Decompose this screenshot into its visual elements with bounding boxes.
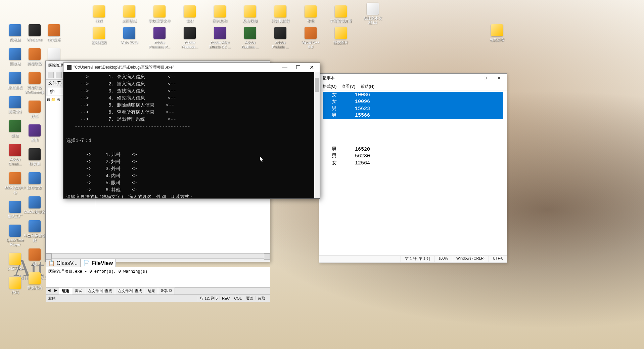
- vs-output-tab[interactable]: 组建: [59, 287, 72, 295]
- folder-icon: [93, 5, 105, 17]
- icon-label: 游戏视频: [92, 40, 106, 45]
- desktop-icon[interactable]: 英雄联盟WeGame版: [23, 72, 46, 94]
- desktop-icon[interactable]: 爱拍: [23, 124, 46, 142]
- toolbar-icon[interactable]: [48, 72, 54, 78]
- desktop-icon[interactable]: 数据结构: [23, 272, 46, 290]
- app-icon: [9, 225, 21, 237]
- console-titlebar[interactable]: "C:\Users\Heart\Desktop\代码\Debug\医院管理项目.…: [63, 63, 320, 72]
- desktop-icon[interactable]: 好压: [23, 101, 46, 118]
- vs-output-tab[interactable]: 在文件2中查找: [115, 287, 145, 295]
- icon-label: 英雄联盟WeGame版: [23, 85, 46, 94]
- menu-file[interactable]: 文件(F): [48, 81, 61, 85]
- icon-label: Visual C++ 6.0: [299, 40, 322, 49]
- notepad-title: 记事本: [323, 75, 335, 81]
- desktop-icon[interactable]: 图片总和: [208, 5, 232, 23]
- vs-hscroll[interactable]: [46, 253, 270, 259]
- desktop-icon[interactable]: 课程: [87, 5, 111, 23]
- vs-output-tab[interactable]: SQL D: [158, 287, 175, 295]
- status-flag: REC: [220, 296, 232, 300]
- status-flag: 读取: [256, 296, 267, 300]
- desktop-icon[interactable]: 字写的很好看: [329, 5, 353, 23]
- desktop-icon[interactable]: Visio 2013: [118, 27, 141, 49]
- desktop-icon[interactable]: 作业: [299, 5, 322, 23]
- app-icon: [9, 144, 21, 156]
- maximize-button[interactable]: ☐: [478, 74, 492, 83]
- desktop-icon[interactable]: 快剪辑: [23, 148, 46, 166]
- app-icon: [29, 72, 41, 84]
- notepad-menu-item[interactable]: 帮助(H): [361, 84, 374, 89]
- close-button[interactable]: ✕: [305, 63, 318, 72]
- icon-label: 图片总和: [213, 19, 227, 23]
- app-icon: [9, 48, 21, 60]
- desktop-icon[interactable]: 游戏视频: [87, 27, 111, 49]
- console-output[interactable]: --> 1. 录入病人信息 <-- --> 2. 插入病人信息 <-- --> …: [63, 72, 320, 198]
- folder-icon: [335, 27, 347, 39]
- desktop-icon[interactable]: QQ音乐: [42, 24, 66, 42]
- app-icon: [29, 124, 41, 137]
- folder-icon: [274, 5, 286, 17]
- desktop-icon[interactable]: 电竞必看: [485, 24, 509, 42]
- scrollbar[interactable]: [314, 72, 320, 198]
- desktop-icon[interactable]: 素材: [178, 5, 201, 23]
- desktop-icon[interactable]: Adobe Photosh...: [178, 27, 201, 49]
- desktop-icon[interactable]: 提交图片: [329, 27, 353, 49]
- maximize-button[interactable]: ☐: [291, 63, 305, 72]
- desktop-icon[interactable]: 8点: [23, 248, 46, 266]
- app-icon: [29, 196, 41, 208]
- minimize-button[interactable]: —: [278, 63, 291, 72]
- console-window[interactable]: "C:\Users\Heart\Desktop\代码\Debug\医院管理项目.…: [63, 63, 320, 199]
- vs-output-tab[interactable]: 调试: [72, 287, 85, 295]
- desktop-icon[interactable]: 学校重要文件: [148, 5, 171, 23]
- folder-icon: [153, 5, 166, 17]
- vs-sidebar-tab[interactable]: 📄 FileView: [81, 259, 116, 267]
- desktop-icon[interactable]: 斗鱼录屏直播姬: [23, 220, 46, 242]
- toolbar-icon[interactable]: [56, 72, 62, 78]
- notepad-menu-item[interactable]: 查看(V): [342, 84, 355, 89]
- folder-icon: [335, 5, 347, 17]
- folder-icon: [184, 5, 196, 17]
- desktop-icon[interactable]: 软件管家: [23, 172, 46, 190]
- scrollbar-thumb[interactable]: [315, 78, 319, 92]
- app-icon: [9, 96, 21, 108]
- icon-label: 桌面壁纸: [122, 19, 137, 23]
- desktop-icon[interactable]: Adobe Audition ...: [238, 27, 262, 49]
- icon-label: 课程: [95, 19, 103, 23]
- build-output-line: 医院管理项目.exe - 0 error(s), 0 warning(s): [48, 269, 267, 274]
- close-button[interactable]: ✕: [492, 74, 505, 83]
- desktop-icon[interactable]: 计算机辅导: [269, 5, 292, 23]
- desktop-icon[interactable]: 桌面壁纸: [118, 5, 141, 23]
- status-ready: 就绪: [48, 296, 198, 301]
- icon-label: 回收站: [10, 62, 21, 66]
- app-icon: [48, 24, 60, 36]
- icon-label: QQ音乐: [47, 38, 60, 42]
- icon-label: 爱拍: [31, 138, 38, 142]
- icon-label: WeGame: [27, 38, 42, 42]
- notepad-line: 男 16520: [323, 146, 503, 153]
- icon-label: 计算机辅导: [271, 19, 290, 23]
- desktop-icon[interactable]: Adobe Premiere P...: [148, 27, 171, 49]
- desktop-icon[interactable]: 总合视频: [238, 5, 262, 23]
- notepad-body[interactable]: 女 10086 女 10096 男 15623 男 15566 男 16520 …: [319, 90, 507, 255]
- vs-output[interactable]: 医院管理项目.exe - 0 error(s), 0 warning(s): [46, 267, 270, 287]
- notepad-line: 女 12564: [323, 160, 503, 167]
- vs-output-tab[interactable]: 结果: [145, 287, 158, 295]
- app-icon: [29, 101, 41, 113]
- desktop-icon[interactable]: MuMu模拟器: [23, 196, 46, 214]
- icon-label: 总合视频: [243, 19, 258, 23]
- minimize-button[interactable]: —: [465, 74, 478, 83]
- vs-output-tab[interactable]: 在文件1中查找: [85, 287, 115, 295]
- icon-label: 斗鱼录屏直播姬: [23, 234, 46, 242]
- desktop-icon[interactable]: Adobe After Effects CC ...: [208, 27, 232, 49]
- icon-label: 快剪辑: [29, 162, 40, 166]
- notepad-line-selected: 女 10096: [323, 99, 503, 105]
- vs-sidebar-tab[interactable]: 📋 ClassV...: [46, 259, 81, 267]
- folder-icon: [9, 277, 21, 289]
- notepad-titlebar[interactable]: 记事本 — ☐ ✕: [319, 74, 507, 83]
- desktop-icon[interactable]: Adobe Prelude ...: [269, 27, 292, 49]
- desktop-icon[interactable]: 新建文本文档.txt: [361, 3, 384, 25]
- notepad-window[interactable]: 记事本 — ☐ ✕ 格式(O)查看(V)帮助(H) 女 10086 女 1009…: [319, 73, 507, 263]
- notepad-menu-item[interactable]: 格式(O): [323, 84, 336, 89]
- app-icon: [214, 27, 226, 39]
- desktop-icon[interactable]: Visual C++ 6.0: [299, 27, 322, 49]
- icon-label: Adobe After Effects CC ...: [208, 40, 232, 49]
